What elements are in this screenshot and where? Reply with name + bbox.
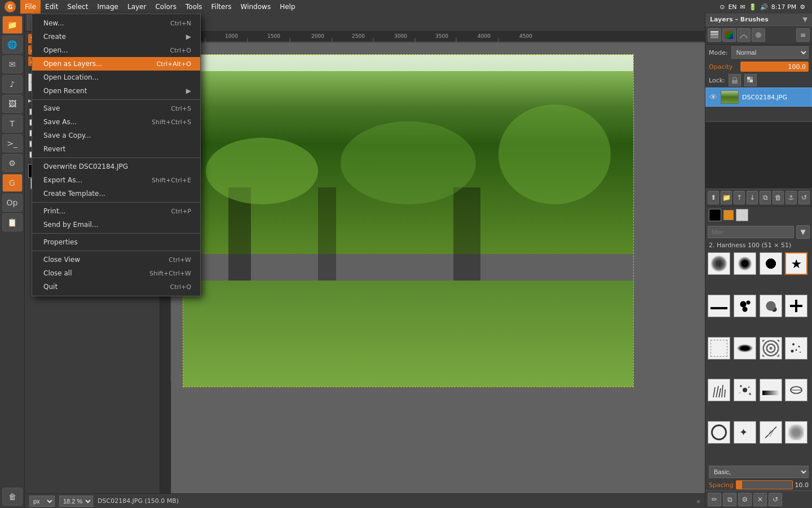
panel-config-icon[interactable]: ≡ [796,28,810,42]
canvas-container[interactable] [171,43,705,493]
menu-export-as[interactable]: Export As... Shift+Ctrl+E [32,173,200,187]
unit-select[interactable]: px mm in [29,496,55,507]
menu-edit[interactable]: Edit [41,0,63,14]
zoom-select[interactable]: 18.2 % 25 % 50 % 100 % [59,496,93,507]
layers-icon[interactable] [708,28,721,42]
brush-cell-17[interactable] [708,421,730,444]
panel-menu-icon[interactable]: ▼ [803,16,807,23]
brushes-icon[interactable] [752,28,765,42]
menu-help[interactable]: Help [275,0,299,14]
tool-settings2[interactable]: ⚙ [2,154,23,172]
tool-text[interactable]: T [2,115,23,133]
brush-cell-2[interactable] [734,252,756,275]
tool-terminal[interactable]: >_ [2,134,23,152]
canvas-image[interactable] [183,54,634,387]
tool-mail[interactable]: ✉ [2,55,23,73]
refresh-brush-btn[interactable]: ↺ [769,493,782,506]
menu-file[interactable]: File [20,0,41,14]
brush-cell-3[interactable] [760,252,782,275]
tool-browser[interactable]: 🌐 [2,36,23,54]
menu-open-recent[interactable]: Open Recent ▶ [32,84,200,98]
opacity-slider[interactable]: 100.0 [740,62,809,72]
menu-open-location[interactable]: Open Location... [32,71,200,84]
tool-unknown2[interactable]: 📋 [2,213,23,231]
brush-cell-12[interactable] [785,337,807,360]
brush-filter-btn[interactable]: ▼ [796,225,810,239]
brush-cell-19[interactable] [760,421,782,444]
menu-image[interactable]: Image [92,0,123,14]
brush-cell-8[interactable] [785,295,807,317]
basic-select[interactable]: Basic, Calligraphic Natural [709,466,809,478]
menu-new[interactable]: New... Ctrl+N [32,16,200,30]
mid-swatch[interactable] [723,210,734,220]
menu-send-email[interactable]: Send by Email... [32,218,200,231]
menu-properties[interactable]: Properties [32,235,200,249]
menu-close-all[interactable]: Close all Shift+Ctrl+W [32,266,200,280]
tool-image-viewer[interactable]: 🖼 [2,95,23,113]
brush-cell-11[interactable] [760,337,782,360]
spacing-track[interactable] [736,480,793,489]
brush-cell-13[interactable] [708,379,730,401]
lock-row: Lock: [705,73,812,87]
layer-item[interactable]: 👁 DSC02184.JPG [705,87,812,107]
brush-cell-6[interactable] [734,295,756,317]
new-brush-btn[interactable]: ✏ [708,493,721,506]
fg-swatch[interactable] [709,209,721,221]
brush-cell-15[interactable] [760,379,782,401]
duplicate-layer-btn[interactable]: ⧉ [760,191,771,204]
brush-cell-1[interactable] [708,252,730,275]
bg-swatch[interactable] [736,209,748,221]
menu-colors[interactable]: Colors [151,0,181,14]
new-layer-group-btn[interactable]: 📁 [721,191,732,204]
lock-alpha-btn[interactable] [744,74,757,86]
duplicate-brush-btn[interactable]: ⧉ [723,493,736,506]
menu-print[interactable]: Print... Ctrl+P [32,204,200,218]
paths-icon[interactable] [737,28,751,42]
layer-visibility-icon[interactable]: 👁 [709,93,717,102]
brush-cell-9[interactable] [708,337,730,360]
menu-close-view[interactable]: Close View Ctrl+W [32,253,200,266]
menu-quit[interactable]: Quit Ctrl+Q [32,280,200,294]
mode-select[interactable]: Normal Multiply Screen [731,46,809,59]
settings-icon[interactable]: ⚙ [800,3,805,11]
menu-save-copy[interactable]: Save a Copy... [32,129,200,142]
menu-filters[interactable]: Filters [207,0,236,14]
brush-cell-14[interactable] [734,379,756,401]
menu-create[interactable]: Create ▶ [32,30,200,43]
menu-revert[interactable]: Revert [32,142,200,156]
tool-music[interactable]: ♪ [2,75,23,93]
brush-filter-input[interactable] [708,226,794,238]
delete-layer-btn[interactable]: 🗑 [773,191,784,204]
lower-layer-btn[interactable]: ↓ [747,191,758,204]
menu-layer[interactable]: Layer [123,0,151,14]
edit-brush-btn[interactable]: ⚙ [738,493,752,506]
layer-actions: ⬆ 📁 ↑ ↓ ⧉ 🗑 ⚓ ↺ [705,189,812,207]
brush-cell-10[interactable] [734,337,756,360]
menu-tools[interactable]: Tools [181,0,207,14]
tool-gimp[interactable]: G [2,174,23,192]
brush-cell-16[interactable] [785,379,807,401]
brush-cell-20[interactable] [785,421,807,444]
menu-overwrite[interactable]: Overwrite DSC02184.JPG [32,160,200,173]
delete-brush-btn[interactable]: ✕ [753,493,767,506]
menu-windows[interactable]: Windows [236,0,276,14]
new-layer-from-visible-btn[interactable]: ⬆ [708,191,719,204]
menu-select[interactable]: Select [63,0,92,14]
brush-cell-5[interactable] [708,295,730,317]
menu-open[interactable]: Open... Ctrl+O [32,43,200,57]
brush-cell-18[interactable]: ✦ [734,421,756,444]
lock-pixels-btn[interactable] [729,74,741,86]
brush-cell-7[interactable] [760,295,782,317]
tool-unknown1[interactable]: Op [2,194,23,212]
menu-save-as[interactable]: Save As... Shift+Ctrl+S [32,115,200,129]
anchor-layer-btn[interactable]: ⚓ [785,191,797,204]
brush-cell-4[interactable]: ★ [785,252,807,275]
channels-icon[interactable] [722,28,736,42]
menu-create-template[interactable]: Create Template... [32,187,200,200]
merge-visible-btn[interactable]: ↺ [798,191,810,204]
tool-file[interactable]: 📁 [2,16,23,34]
menu-open-as-layers[interactable]: Open as Layers... Ctrl+Alt+O [32,57,200,71]
raise-layer-btn[interactable]: ↑ [734,191,745,204]
tool-trash[interactable]: 🗑 [2,488,23,506]
menu-save[interactable]: Save Ctrl+S [32,102,200,115]
